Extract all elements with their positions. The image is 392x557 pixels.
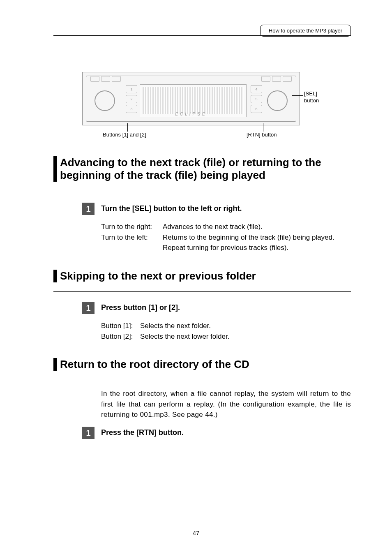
section-heading: Skipping to the next or previous folder (53, 270, 351, 282)
detail-label: Turn to the right: (101, 222, 163, 232)
detail-label: Button [2]: (101, 331, 140, 342)
detail-value: Selects the next lower folder. (140, 331, 351, 342)
callout-rtn-button: [RTN] button (247, 132, 277, 138)
section-title: Skipping to the next or previous folder (60, 270, 351, 282)
detail-label: Turn to the left: (101, 232, 163, 253)
step-number-badge: 1 (82, 427, 95, 439)
detail-block: Turn to the right: Advances to the next … (101, 222, 351, 253)
header-breadcrumb-text: How to operate the MP3 player (269, 28, 342, 34)
step-row: 1 Turn the [SEL] button to the left or r… (82, 203, 351, 215)
car-stereo-illustration: 1 2 3 4 5 6 ECLIPSE (82, 72, 300, 125)
step-number-badge: 1 (82, 302, 95, 314)
callout-line (292, 95, 303, 96)
step-instruction: Press button [1] or [2]. (101, 302, 180, 312)
section-heading: Advancing to the next track (file) or re… (53, 156, 351, 182)
section-bar-icon (53, 156, 57, 182)
section-heading: Return to the root directory of the CD (53, 358, 351, 371)
step-instruction: Turn the [SEL] button to the left or rig… (101, 203, 242, 213)
section-paragraph: In the root directory, when a file canno… (101, 388, 351, 420)
sel-knob-icon (267, 90, 288, 111)
volume-knob-icon (95, 90, 115, 111)
callout-sel-button: [SEL] button (304, 90, 319, 104)
header-breadcrumb-box: How to operate the MP3 player (260, 25, 351, 37)
device-diagram: 1 2 3 4 5 6 ECLIPSE (82, 72, 300, 125)
step-row: 1 Press button [1] or [2]. (82, 302, 351, 314)
header-divider (53, 35, 351, 36)
step-instruction: Press the [RTN] button. (101, 427, 184, 437)
section-title: Return to the root directory of the CD (60, 358, 351, 371)
detail-value: Returns to the beginning of the track (f… (163, 232, 351, 253)
section-bar-icon (53, 358, 57, 371)
main-content: Advancing to the next track (file) or re… (53, 156, 351, 446)
step-row: 1 Press the [RTN] button. (82, 427, 351, 439)
callout-buttons-1-2: Buttons [1] and [2] (103, 132, 146, 138)
section-title: Advancing to the next track (file) or re… (60, 156, 351, 182)
detail-value: Advances to the next track (file). (163, 222, 351, 232)
callout-line (263, 123, 263, 132)
detail-value: Selects the next folder. (140, 321, 351, 331)
step-number-badge: 1 (82, 203, 95, 215)
detail-block: Button [1]: Selects the next folder. But… (101, 321, 351, 342)
page-number: 47 (0, 529, 392, 536)
device-brand-text: ECLIPSE (175, 112, 207, 116)
section-bar-icon (53, 270, 57, 282)
callout-line (127, 123, 128, 132)
detail-label: Button [1]: (101, 321, 140, 331)
